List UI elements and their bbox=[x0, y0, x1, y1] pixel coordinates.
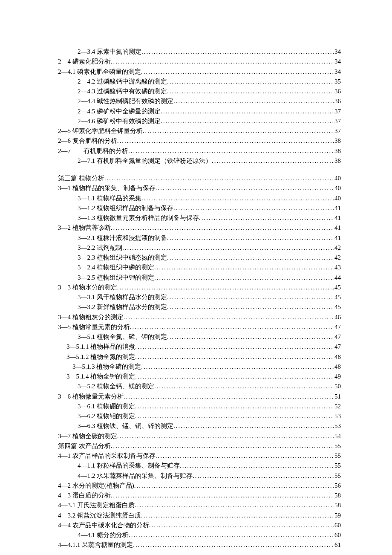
toc-entry-label: 3—6 植物微量元素分析 bbox=[58, 392, 124, 402]
toc-entry-label: 3—2.5 植物组织中钾的测定 bbox=[78, 273, 154, 283]
toc-leader-dots bbox=[135, 411, 334, 421]
toc-entry: 3—5.1.3 植物全磷的测定48 bbox=[51, 362, 341, 372]
toc-leader-dots bbox=[133, 540, 334, 550]
toc-leader-dots bbox=[111, 223, 334, 233]
toc-leader-dots bbox=[173, 421, 334, 431]
toc-entry-label: 3—6.3 植物铁、锰、铜、锌的测定 bbox=[78, 421, 173, 431]
toc-entry-page: 41 bbox=[334, 233, 341, 243]
toc-entry-page: 60 bbox=[334, 520, 341, 530]
toc-entry-page: 55 bbox=[334, 451, 341, 461]
toc-entry-page: 35 bbox=[334, 77, 341, 87]
toc-leader-dots bbox=[149, 520, 334, 530]
toc-entry-label: 3—5.1.4 植物全钾的测定 bbox=[66, 372, 135, 382]
toc-entry: 2—4 磷素化肥分析34 bbox=[51, 57, 341, 66]
toc-entry: 2—4.4 碱性热制磷肥有效磷的测定36 bbox=[51, 96, 341, 106]
toc-entry-page: 52 bbox=[334, 402, 341, 411]
toc-entry-page: 50 bbox=[334, 382, 341, 391]
toc-entry-label: 3—3.1 风干植物样品水分的测定 bbox=[78, 292, 167, 302]
toc-entry-page: 55 bbox=[334, 441, 341, 451]
toc-leader-dots bbox=[111, 57, 334, 66]
toc-entry: 2—4.1 磷素化肥全磷量的测定34 bbox=[51, 67, 341, 77]
toc-entry-page: 42 bbox=[334, 253, 341, 263]
toc-entry: 3—2 植物营养诊断41 bbox=[51, 223, 341, 233]
toc-entry: 3—1.3 植物微量元素分析样品的制备与保存41 bbox=[51, 213, 341, 223]
toc-entry-page: 61 bbox=[334, 540, 341, 550]
toc-entry-page: 38 bbox=[334, 156, 341, 166]
toc-entry-label: 3—1.2 植物组织样品的制备与保存 bbox=[78, 203, 173, 213]
toc-entry-label: 3—5.2 植物全钙、镁的测定 bbox=[78, 382, 154, 391]
toc-entry-label: 3—6.2 植物钼的测定 bbox=[78, 411, 135, 421]
toc-entry-label: 4—3.2 铜盐沉淀法测纯蛋白质 bbox=[58, 511, 141, 520]
toc-entry-label: 3—2 植物营养诊断 bbox=[58, 223, 111, 233]
toc-entry: 4—4.1.1 果蔬含糖量的测定61 bbox=[51, 540, 341, 550]
toc-entry: 3—3.2 新鲜植物样品水分的测定45 bbox=[51, 302, 341, 312]
toc-entry: 4—1.1 籽粒样品的采集、制备与贮存55 bbox=[51, 461, 341, 471]
toc-entry: 3—5.2 植物全钙、镁的测定50 bbox=[51, 382, 341, 391]
toc-entry-page: 47 bbox=[334, 342, 341, 352]
toc-entry-label: 4—4 农产品中碳水化合物的分析 bbox=[58, 520, 149, 530]
blank-line bbox=[51, 166, 341, 173]
toc-entry: 3—1 植物样品的采集、制备与保存40 bbox=[51, 183, 341, 193]
toc-leader-dots bbox=[199, 213, 334, 223]
toc-leader-dots bbox=[167, 77, 334, 87]
toc-entry-page: 53 bbox=[334, 411, 341, 421]
toc-entry-label: 3—2.1 植株汁液和浸提液的制备 bbox=[78, 233, 167, 243]
toc-entry: 3—5.1 植物全氮、磷、钾的测定47 bbox=[51, 332, 341, 342]
toc-entry-label: 2—7 有机肥料的分析 bbox=[58, 146, 128, 156]
toc-entry: 3—3 植物水分的测定45 bbox=[51, 283, 341, 292]
toc-entry: 3—6.3 植物铁、锰、铜、锌的测定53 bbox=[51, 421, 341, 431]
toc-leader-dots bbox=[156, 183, 334, 193]
toc-leader-dots bbox=[167, 302, 334, 312]
toc-entry-page: 49 bbox=[334, 372, 341, 382]
toc-entry: 3—2.4 植物组织中磷的测定43 bbox=[51, 263, 341, 272]
toc-entry: 3—5 植物常量元素的分析47 bbox=[51, 322, 341, 332]
toc-entry-page: 48 bbox=[334, 352, 341, 362]
toc-entry: 4—3.2 铜盐沉淀法测纯蛋白质59 bbox=[51, 511, 341, 520]
toc-entry-page: 44 bbox=[334, 273, 341, 283]
toc-entry-page: 38 bbox=[334, 146, 341, 156]
toc-entry-label: 3—5.1.3 植物全磷的测定 bbox=[72, 362, 141, 372]
toc-entry-label: 4—3 蛋白质的分析 bbox=[58, 491, 111, 500]
toc-leader-dots bbox=[154, 263, 334, 272]
toc-leader-dots bbox=[180, 461, 334, 471]
toc-leader-dots bbox=[173, 203, 334, 213]
toc-leader-dots bbox=[124, 312, 334, 322]
toc-entry: 4—3.1 开氏法测定粗蛋白质58 bbox=[51, 500, 341, 510]
toc-entry-label: 4—3.1 开氏法测定粗蛋白质 bbox=[58, 500, 135, 510]
toc-entry: 4—4 农产品中碳水化合物的分析60 bbox=[51, 520, 341, 530]
toc-entry-label: 3—2.3 植物组织中硝态氮的测定 bbox=[78, 253, 167, 263]
toc-entry: 2—6 复合肥料的分析38 bbox=[51, 136, 341, 146]
toc-leader-dots bbox=[154, 382, 334, 391]
toc-leader-dots bbox=[193, 471, 334, 481]
toc-entry-label: 2—4.4 碱性热制磷肥有效磷的测定 bbox=[78, 96, 173, 106]
toc-entry-page: 40 bbox=[334, 194, 341, 203]
toc-entry-label: 2—6 复合肥料的分析 bbox=[58, 136, 117, 146]
toc-entry: 3—2.5 植物组织中钾的测定44 bbox=[51, 273, 341, 283]
toc-leader-dots bbox=[135, 402, 334, 411]
toc-entry-page: 55 bbox=[334, 471, 341, 481]
toc-leader-dots bbox=[141, 194, 334, 203]
toc-leader-dots bbox=[143, 126, 334, 136]
toc-entry: 4—1 农产品样品的采取制备与保存55 bbox=[51, 451, 341, 461]
toc-entry-label: 2—4 磷素化肥分析 bbox=[58, 57, 111, 66]
toc-leader-dots bbox=[141, 67, 334, 77]
toc-entry-label: 4—4.1.1 果蔬含糖量的测定 bbox=[58, 540, 133, 550]
toc-entry-label: 4—4.1 糖分的分析 bbox=[78, 530, 129, 540]
toc-leader-dots bbox=[212, 156, 334, 166]
toc-entry-page: 51 bbox=[334, 392, 341, 402]
toc-entry: 2—5 钾素化学肥料全钾量分析37 bbox=[51, 126, 341, 136]
toc-leader-dots bbox=[167, 292, 334, 302]
toc-entry-label: 3—1 植物样品的采集、制备与保存 bbox=[58, 183, 156, 193]
toc-leader-dots bbox=[129, 530, 334, 540]
toc-entry-page: 58 bbox=[334, 491, 341, 500]
toc-entry-page: 38 bbox=[334, 136, 341, 146]
toc-entry: 3—3.1 风干植物样品水分的测定45 bbox=[51, 292, 341, 302]
toc-entry-label: 4—2 水分的测定(植物产品) bbox=[58, 481, 134, 491]
toc-entry-page: 36 bbox=[334, 87, 341, 96]
toc-entry: 2—4.2 过磷酸钙中游离酸的测定35 bbox=[51, 77, 341, 87]
toc-leader-dots bbox=[156, 451, 334, 461]
toc-entry: 3—5.1.4 植物全钾的测定49 bbox=[51, 372, 341, 382]
toc-entry: 4—2 水分的测定(植物产品)56 bbox=[51, 481, 341, 491]
toc-entry-page: 45 bbox=[334, 283, 341, 292]
toc-entry-page: 58 bbox=[334, 500, 341, 510]
